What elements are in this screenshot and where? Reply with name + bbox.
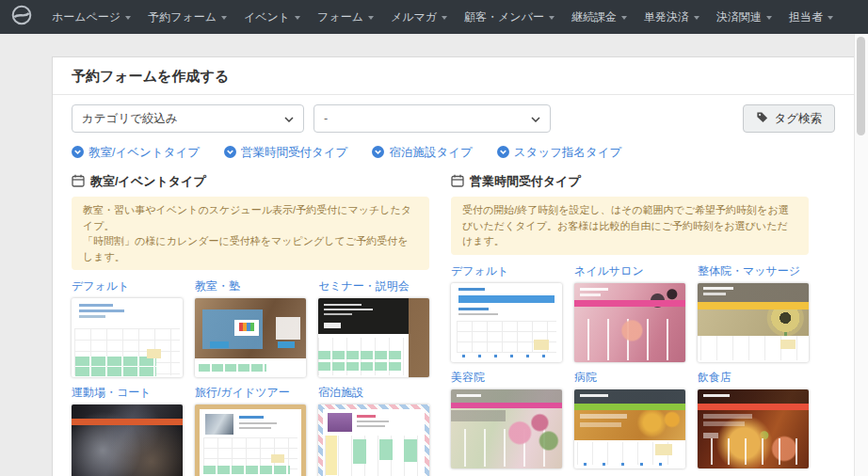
- brand-logo-icon: [11, 5, 32, 29]
- anchor-label: 教室/イベントタイプ: [88, 145, 200, 161]
- anchor-label: スタッフ指名タイプ: [514, 145, 622, 161]
- nav-item-onetime-payment[interactable]: 単発決済: [635, 0, 708, 34]
- anchor-label: 宿泊施設タイプ: [389, 145, 472, 161]
- template-label[interactable]: 宿泊施設: [318, 385, 429, 401]
- template-label[interactable]: セミナー・説明会: [318, 278, 429, 294]
- chevron-down-icon: [694, 16, 699, 20]
- calendar-icon: [451, 174, 464, 190]
- template-thumbnail[interactable]: [195, 298, 306, 377]
- template-card-hair-salon: 美容院: [451, 370, 562, 468]
- anchor-label: 営業時間受付タイプ: [241, 145, 347, 161]
- template-label[interactable]: 飲食店: [698, 370, 809, 386]
- chevron-down-circle-icon: [72, 146, 84, 161]
- tag-search-button[interactable]: タグ検索: [743, 104, 835, 133]
- nav-item-payment-related[interactable]: 決済関連: [708, 0, 780, 34]
- chevron-down-icon: [125, 16, 131, 20]
- type-anchor-links: 教室/イベントタイプ 営業時間受付タイプ 宿泊施設タイプ スタッフ指名タイプ: [53, 133, 854, 161]
- template-label[interactable]: ネイルサロン: [574, 263, 685, 279]
- scrollbar[interactable]: [854, 34, 868, 476]
- nav-item-form[interactable]: フォーム: [309, 0, 382, 34]
- nav-item-label: 単発決済: [644, 9, 689, 25]
- page-title: 予約フォームを作成する: [53, 57, 854, 94]
- anchor-staff-nomination-type[interactable]: スタッフ指名タイプ: [497, 145, 622, 161]
- chevron-down-circle-icon: [497, 146, 509, 161]
- template-label[interactable]: デフォルト: [451, 263, 562, 279]
- nav-item-label: メルマガ: [391, 9, 437, 25]
- template-card-default: デフォルト: [72, 278, 183, 377]
- nav-item-label: 顧客・メンバー: [464, 9, 544, 25]
- section-classroom-event: 教室/イベントタイプ 教室・習い事やイベントのスケジュール表示/予約受付にマッチ…: [72, 173, 429, 476]
- calendar-icon: [72, 174, 85, 190]
- template-card-restaurant: 飲食店: [698, 370, 809, 468]
- template-card-nail-salon: ネイルサロン: [574, 263, 685, 362]
- section-title: 営業時間受付タイプ: [470, 173, 581, 190]
- nav-item-label: フォーム: [317, 9, 363, 25]
- chevron-down-icon: [295, 16, 300, 20]
- nav-item-staff[interactable]: 担当者: [780, 0, 842, 34]
- template-card-default: デフォルト: [451, 263, 562, 362]
- template-thumbnail[interactable]: [574, 389, 685, 468]
- category-filter-value: カテゴリで絞込み: [82, 111, 178, 127]
- template-card-seitai-massage: 整体院・マッサージ: [698, 263, 809, 362]
- template-thumbnail[interactable]: [574, 283, 685, 362]
- chevron-down-icon: [828, 16, 833, 20]
- template-card-school-cram: 教室・塾: [195, 278, 306, 377]
- template-thumbnail[interactable]: [698, 389, 809, 468]
- tag-search-label: タグ検索: [774, 111, 822, 127]
- template-label[interactable]: 病院: [574, 370, 685, 386]
- template-label[interactable]: 整体院・マッサージ: [698, 263, 809, 279]
- template-thumbnail[interactable]: [318, 298, 429, 377]
- template-label[interactable]: デフォルト: [72, 278, 183, 294]
- filter-row: カテゴリで絞込み - タグ検索: [53, 95, 854, 133]
- template-card-sports-court: 運動場・コート: [72, 385, 183, 476]
- nav-item-homepage[interactable]: ホームページ: [43, 0, 139, 34]
- chevron-down-icon: [368, 16, 374, 20]
- anchor-business-hours-type[interactable]: 営業時間受付タイプ: [224, 145, 347, 161]
- template-thumbnail[interactable]: [451, 389, 562, 468]
- template-label[interactable]: 教室・塾: [195, 278, 306, 294]
- brand-logo[interactable]: [11, 5, 32, 29]
- nav-item-mail-magazine[interactable]: メルマガ: [382, 0, 456, 34]
- scrollbar-thumb[interactable]: [857, 37, 865, 135]
- template-thumbnail[interactable]: [451, 283, 562, 362]
- template-label[interactable]: 旅行/ガイドツアー: [195, 385, 306, 401]
- section-business-hours: 営業時間受付タイプ 受付の開始/終了時刻を設定し、はその範囲内でご希望予約時刻を…: [451, 173, 809, 476]
- template-thumbnail[interactable]: [318, 405, 429, 476]
- template-label[interactable]: 美容院: [451, 370, 562, 386]
- section-description: 受付の開始/終了時刻を設定し、はその範囲内でご希望予約時刻をお選びいただくタイプ…: [451, 197, 809, 255]
- template-thumbnail[interactable]: [72, 298, 183, 377]
- template-thumbnail[interactable]: [72, 405, 183, 476]
- template-label[interactable]: 運動場・コート: [72, 385, 183, 401]
- section-header: 教室/イベントタイプ: [72, 173, 429, 190]
- subcategory-filter-select[interactable]: -: [313, 104, 551, 133]
- chevron-down-icon: [531, 112, 540, 125]
- template-card-travel-tour: 旅行/ガイドツアー: [195, 385, 306, 476]
- nav-item-label: 担当者: [789, 9, 823, 25]
- template-card-seminar: セミナー・説明会: [318, 278, 429, 377]
- chevron-down-circle-icon: [224, 146, 236, 161]
- chevron-down-circle-icon: [372, 146, 384, 161]
- chevron-down-icon: [766, 16, 772, 20]
- subcategory-filter-value: -: [324, 112, 328, 125]
- top-navbar: ホームページ 予約フォーム イベント フォーム メルマガ 顧客・メンバー 継続課…: [0, 0, 868, 34]
- template-thumbnail[interactable]: [195, 405, 306, 476]
- category-filter-select[interactable]: カテゴリで絞込み: [72, 104, 304, 133]
- nav-item-customers-members[interactable]: 顧客・メンバー: [456, 0, 563, 34]
- nav-item-event[interactable]: イベント: [235, 0, 309, 34]
- section-header: 営業時間受付タイプ: [451, 173, 809, 190]
- nav-item-label: イベント: [244, 9, 290, 25]
- anchor-classroom-event-type[interactable]: 教室/イベントタイプ: [72, 145, 200, 161]
- template-grid: デフォルト ネイルサロン 整体院・マッサージ 美容院 病院 飲食店 釣り船 フォ…: [451, 263, 809, 476]
- template-card-hospital: 病院: [574, 370, 685, 468]
- nav-item-subscription-billing[interactable]: 継続課金: [563, 0, 635, 34]
- template-grid: デフォルト 教室・塾 セミナー・説明会 運動場・コート 旅行/ガイドツアー 宿泊…: [72, 278, 429, 476]
- nav-item-label: 予約フォーム: [148, 9, 217, 25]
- tag-icon: [756, 111, 768, 126]
- nav-item-reservation-form[interactable]: 予約フォーム: [139, 0, 235, 34]
- nav-item-label: ホームページ: [52, 9, 121, 25]
- template-thumbnail[interactable]: [698, 283, 809, 362]
- chevron-down-icon: [549, 16, 555, 20]
- chevron-down-icon: [284, 112, 294, 125]
- anchor-lodging-type[interactable]: 宿泊施設タイプ: [372, 145, 472, 161]
- section-title: 教室/イベントタイプ: [90, 173, 206, 190]
